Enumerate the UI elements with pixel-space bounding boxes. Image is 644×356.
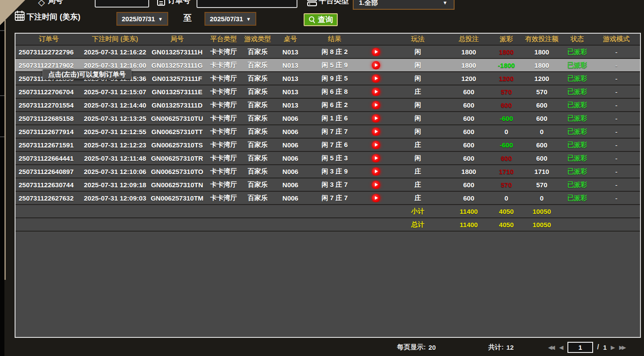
bet-time-label: 下注时间 (美东) <box>27 12 81 22</box>
table-row[interactable]: 250731122722796 2025-07-31 12:16:22 GN01… <box>15 46 640 59</box>
cell-bet-time: 2025-07-31 12:12:23 <box>82 141 148 149</box>
cell-order-no[interactable]: 250731122627632 <box>15 194 82 202</box>
date-from-picker[interactable]: 2025/07/31 ▼ <box>116 12 168 26</box>
column-header: 桌号 <box>274 35 307 43</box>
per-page-value: 20 <box>428 344 436 351</box>
cell-order-no[interactable]: 250731122722796 <box>15 48 82 56</box>
next-page-icon[interactable]: ▶ <box>611 344 615 350</box>
cell-status: 已派彩 <box>562 154 593 163</box>
column-header: 局号 <box>148 35 206 43</box>
cell-game-type: 百家乐 <box>241 154 274 163</box>
play-icon[interactable] <box>372 154 380 163</box>
play-icon[interactable] <box>372 167 380 176</box>
cell-order-no[interactable]: 250731122701554 <box>15 101 82 109</box>
play-icon[interactable] <box>372 61 380 70</box>
prev-page-icon[interactable]: ◀ <box>559 344 563 350</box>
cell-bet-type: 闲 <box>389 61 447 70</box>
cell-round-no: GN006257310TU <box>148 115 206 122</box>
cell-table-no: N006 <box>274 115 307 122</box>
cell-bet-time: 2025-07-31 12:09:18 <box>82 181 148 189</box>
cell-result: 闲 3 庄 9 <box>307 167 362 176</box>
table-row[interactable]: 250731122630744 2025-07-31 12:09:18 GN00… <box>15 178 640 192</box>
order-no-input[interactable] <box>197 0 297 8</box>
cell-game-type: 百家乐 <box>241 61 274 70</box>
platform-type-select[interactable]: 1.全部 ▼ <box>353 0 455 10</box>
cell-platform: 卡卡湾厅 <box>206 61 241 70</box>
cell-table-no: N013 <box>274 62 307 69</box>
server-stack-icon <box>307 0 317 7</box>
calendar-icon <box>15 10 25 21</box>
play-icon[interactable] <box>372 114 380 123</box>
table-row[interactable]: 250731122677914 2025-07-31 12:12:55 GN00… <box>15 125 640 139</box>
play-icon[interactable] <box>372 141 380 149</box>
cell-bet-type: 庄 <box>389 181 447 189</box>
diamond-icon: ◇ <box>38 0 45 8</box>
page-number-input[interactable]: 1 <box>567 342 593 353</box>
table-row[interactable]: 250731122664441 2025-07-31 12:11:48 GN00… <box>15 152 640 165</box>
cell-table-no: N006 <box>274 155 307 162</box>
cell-order-no[interactable]: 250731122671591 <box>15 141 82 149</box>
cell-total-bet: 600 <box>447 155 491 162</box>
table-row[interactable]: 250731122671591 2025-07-31 12:12:23 GN00… <box>15 139 640 152</box>
cell-bet-type: 闲 <box>389 101 447 109</box>
cell-game-type: 百家乐 <box>241 114 274 123</box>
play-icon[interactable] <box>372 194 380 202</box>
round-no-input[interactable] <box>95 0 149 8</box>
table-row[interactable]: 250731122685158 2025-07-31 12:13:25 GN00… <box>15 112 640 125</box>
cell-total-bet: 600 <box>447 194 491 202</box>
cell-platform: 卡卡湾厅 <box>206 141 241 149</box>
date-to-picker[interactable]: 2025/07/31 ▼ <box>204 12 256 26</box>
cell-order-no[interactable]: 250731122677914 <box>15 128 82 135</box>
play-icon[interactable] <box>372 48 380 56</box>
cell-status: 已派彩 <box>562 48 593 56</box>
play-icon[interactable] <box>372 88 380 96</box>
cell-round-no: GN006257310TM <box>148 194 206 202</box>
cell-status: 已派彩 <box>562 194 593 202</box>
date-range-to-label: 至 <box>183 12 192 24</box>
cell-game-mode: - <box>593 101 640 109</box>
cell-total-bet: 1800 <box>447 62 491 69</box>
round-no-label: 局号 <box>48 0 63 6</box>
play-icon[interactable] <box>372 181 380 189</box>
play-icon[interactable] <box>372 74 380 83</box>
last-page-icon[interactable]: ▶▶ <box>619 344 626 350</box>
cell-platform: 卡卡湾厅 <box>206 194 241 202</box>
cell-order-no[interactable]: 250731122717902 <box>15 62 82 69</box>
cell-payout: 600 <box>491 101 522 109</box>
table-row[interactable]: 250731122701554 2025-07-31 12:14:40 GN01… <box>15 99 640 112</box>
cell-payout: -1800 <box>491 62 522 69</box>
cell-order-no[interactable]: 250731122685158 <box>15 115 82 122</box>
cell-table-no: N013 <box>274 88 307 96</box>
cell-total-bet: 1800 <box>447 168 491 175</box>
cell-order-no[interactable]: 250731122630744 <box>15 181 82 189</box>
grand-total-row: 总计 11400 4050 10050 <box>15 218 640 232</box>
cell-order-no[interactable]: 250731122640897 <box>15 168 82 175</box>
table-empty-area <box>15 232 640 337</box>
play-icon[interactable] <box>372 128 380 136</box>
cell-game-type: 百家乐 <box>241 181 274 189</box>
cell-payout: 600 <box>491 155 522 162</box>
table-row[interactable]: 250731122706704 2025-07-31 12:15:07 GN01… <box>15 85 640 99</box>
grand-total-valid-bet: 10050 <box>522 221 562 228</box>
cell-platform: 卡卡湾厅 <box>206 154 241 163</box>
total-pages-value: 1 <box>603 344 606 351</box>
cell-round-no: GN006257310TR <box>148 155 206 162</box>
cell-order-no[interactable]: 250731122664441 <box>15 155 82 162</box>
cell-order-no[interactable]: 250731122706704 <box>15 88 82 96</box>
column-header: 有效投注额 <box>522 35 562 43</box>
grand-total-payout: 4050 <box>491 221 522 228</box>
cell-game-mode: - <box>593 62 640 69</box>
first-page-icon[interactable]: ◀◀ <box>548 344 555 350</box>
query-button[interactable]: 查询 <box>304 13 338 26</box>
cell-bet-time: 2025-07-31 12:14:40 <box>82 101 148 109</box>
column-header: 游戏类型 <box>241 35 274 43</box>
cell-result: 闲 6 庄 2 <box>307 101 362 109</box>
play-icon[interactable] <box>372 101 380 109</box>
total-count-value: 12 <box>506 344 514 351</box>
cell-replay <box>362 140 389 149</box>
table-row[interactable]: 250731122640897 2025-07-31 12:10:06 GN00… <box>15 165 640 178</box>
subtotal-row: 小计 11400 4050 10050 <box>15 205 640 218</box>
chevron-down-icon: ▼ <box>443 0 447 5</box>
total-count-display: 共计: 12 <box>488 339 514 356</box>
table-row[interactable]: 250731122627632 2025-07-31 12:09:03 GN00… <box>15 192 640 205</box>
